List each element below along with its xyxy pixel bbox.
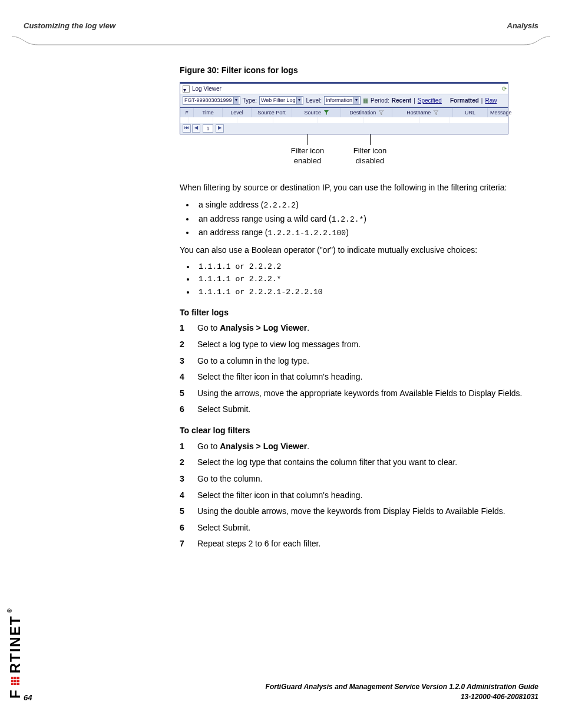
list-item: an address range (1.2.2.1-1.2.2.100) [195, 227, 524, 239]
list-item: Go to Analysis > Log Viewer. [197, 322, 524, 334]
procedure-filter-title: To filter logs [180, 307, 524, 318]
table-row [180, 117, 508, 123]
list-item: Select the filter icon in that column's … [197, 371, 524, 383]
list-item: Go to Analysis > Log Viewer. [197, 441, 524, 453]
fortinet-logo: F RTINET ® [7, 607, 24, 699]
page-header: Customizing the log view Analysis [24, 17, 538, 34]
footer-guide-title: FortiGuard Analysis and Management Servi… [266, 683, 538, 691]
list-item: Select Submit. [197, 404, 524, 416]
intro-filtering-criteria: When filtering by source or destination … [180, 182, 524, 193]
list-item: Go to the column. [197, 473, 524, 485]
period-specified[interactable]: Specified [418, 97, 442, 105]
procedure-clear-steps: Go to Analysis > Log Viewer. Select the … [197, 441, 524, 550]
page-footer: FortiGuard Analysis and Management Servi… [24, 682, 538, 702]
logo-grid-icon [11, 677, 19, 685]
list-item: an address range using a wild card (1.2.… [195, 213, 524, 225]
col-hostname[interactable]: Hostname [392, 108, 453, 117]
list-item: Using the arrows, move the appropriate k… [197, 388, 524, 400]
next-page-button[interactable]: ▶ [216, 124, 224, 133]
level-select[interactable]: Information▾ [324, 96, 361, 104]
col-source[interactable]: Source [292, 108, 341, 117]
format-formatted[interactable]: Formatted [450, 97, 479, 105]
filter-icon-disabled[interactable] [379, 110, 384, 115]
callout-disabled: Filter icon disabled [343, 146, 396, 166]
list-item: a single address (2.2.2.2) [195, 199, 524, 211]
format-raw[interactable]: Raw [485, 97, 497, 105]
figure-caption: Figure 30: Filter icons for logs [180, 65, 524, 76]
list-item: Using the double arrows, move the keywor… [197, 506, 524, 518]
log-viewer-widget: ⟳ ▾ Log Viewer FGT-999803031999▾ Type: W… [180, 82, 508, 134]
log-viewer-title: Log Viewer [192, 85, 222, 93]
list-item: Repeat steps 2 to 6 for each filter. [197, 538, 524, 550]
filter-icon[interactable] [434, 110, 438, 115]
period-label: Period: [371, 97, 389, 105]
refresh-icon[interactable]: ⟳ [502, 85, 507, 93]
boolean-list: 1.1.1.1 or 2.2.2.2 1.1.1.1 or 2.2.2.* 1.… [180, 262, 524, 298]
callout-enabled: Filter icon enabled [281, 146, 334, 166]
list-item: Select a log type to view log messages f… [197, 339, 524, 351]
list-item: 1.1.1.1 or 2.2.2.* [195, 274, 524, 285]
procedure-filter-steps: Go to Analysis > Log Viewer. Select a lo… [197, 322, 524, 416]
list-item: Select the log type that contains the co… [197, 457, 524, 469]
col-destination[interactable]: Destination [341, 108, 392, 117]
col-num[interactable]: # [180, 108, 194, 117]
filter-callouts: Filter icon enabled Filter icon disabled [180, 146, 524, 166]
header-left: Customizing the log view [24, 21, 115, 30]
list-item: Select the filter icon in that column's … [197, 490, 524, 502]
col-level[interactable]: Level [223, 108, 252, 117]
period-recent[interactable]: Recent [392, 97, 411, 105]
filter-icon-enabled[interactable] [324, 110, 329, 115]
header-divider-curve [12, 32, 550, 48]
collapse-icon[interactable]: ▾ [183, 85, 190, 93]
col-url[interactable]: URL [453, 108, 488, 117]
list-item: 1.1.1.1 or 2.2.2.1-2.2.2.10 [195, 287, 524, 298]
page-number: 64 [24, 693, 32, 702]
intro-boolean: You can also use a Boolean operator ("or… [180, 245, 524, 256]
list-item: 1.1.1.1 or 2.2.2.2 [195, 262, 524, 272]
type-select[interactable]: Web Filter Log▾ [259, 96, 303, 104]
pager: ⏮ ◀ 1 ▶ [180, 123, 508, 134]
header-right: Analysis [507, 21, 538, 30]
type-label: Type: [243, 97, 257, 105]
first-page-button[interactable]: ⏮ [183, 124, 191, 133]
criteria-list: a single address (2.2.2.2) an address ra… [180, 199, 524, 239]
col-time[interactable]: Time [194, 108, 223, 117]
footer-doc-id: 13-12000-406-20081031 [461, 693, 538, 701]
col-message[interactable]: Message [488, 108, 514, 117]
calendar-icon[interactable]: ▦ [363, 97, 368, 105]
procedure-clear-title: To clear log filters [180, 425, 524, 436]
log-table-header: # Time Level Source Port Source Destinat… [180, 107, 508, 117]
list-item: Select Submit. [197, 522, 524, 534]
list-item: Go to a column in the log type. [197, 355, 524, 367]
device-select[interactable]: FGT-999803031999▾ [183, 96, 240, 104]
page-number-input[interactable]: 1 [203, 124, 213, 133]
col-source-port[interactable]: Source Port [252, 108, 292, 117]
prev-page-button[interactable]: ◀ [192, 124, 200, 133]
level-label: Level: [306, 97, 322, 105]
